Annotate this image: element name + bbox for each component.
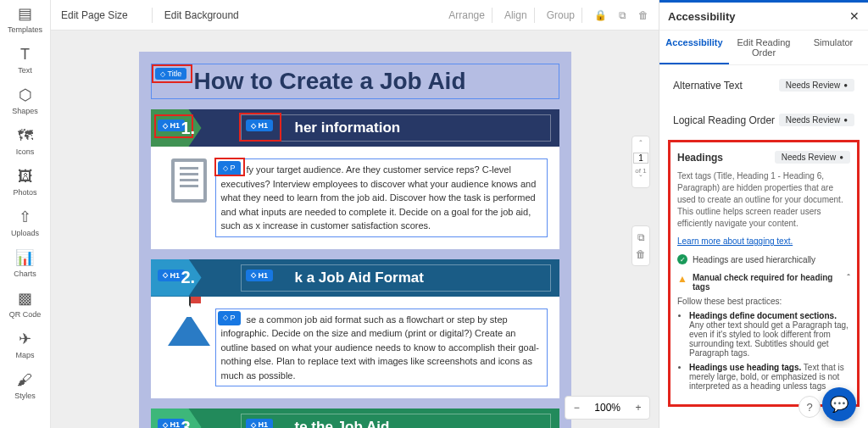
zoom-control: − 100% + bbox=[565, 396, 650, 420]
divider bbox=[492, 8, 492, 23]
side-tools: ⧉ 🗑 bbox=[632, 225, 650, 266]
paragraph-text: fy your target audience. Are they custom… bbox=[221, 164, 537, 231]
tool-maps[interactable]: ✈ Maps bbox=[15, 329, 36, 359]
paragraph-text: se a common job aid format such as a flo… bbox=[221, 314, 539, 381]
learn-more-link[interactable]: Learn more about tagging text. bbox=[677, 236, 850, 246]
section-1[interactable]: H1 1. H1 her information P fy your targe… bbox=[151, 109, 559, 249]
section-header-2: H1 2. H1 k a Job Aid Format bbox=[151, 259, 559, 297]
divider bbox=[581, 8, 582, 23]
flag-icon bbox=[189, 297, 191, 308]
canvas[interactable]: Title How to Create a Job Aid H1 1. H1 h… bbox=[139, 52, 571, 428]
copy-page-icon[interactable]: ⧉ bbox=[637, 231, 645, 243]
document-icon bbox=[171, 158, 207, 203]
page-up-button[interactable]: ˆ bbox=[632, 140, 649, 149]
delete-page-icon[interactable]: 🗑 bbox=[636, 248, 646, 260]
h1-tag: H1 bbox=[246, 419, 274, 428]
mountain-icon bbox=[168, 308, 210, 346]
headings-description: Text tags (Title, Heading 1 - Heading 6,… bbox=[677, 170, 850, 230]
practice-1-text: Any other text should get a Paragraph ta… bbox=[689, 320, 849, 358]
group-button[interactable]: Group bbox=[547, 9, 575, 21]
needs-review-badge: Needs Review bbox=[779, 114, 854, 126]
header-subbox bbox=[241, 264, 551, 292]
zoom-out-button[interactable]: − bbox=[565, 397, 587, 419]
edit-background-button[interactable]: Edit Background bbox=[164, 9, 239, 21]
accessibility-tabs: Accessibility Edit Reading Order Simulat… bbox=[659, 31, 868, 65]
tab-simulator[interactable]: Simulator bbox=[798, 31, 868, 64]
section-2[interactable]: H1 2. H1 k a Job Aid Format P se a commo… bbox=[151, 259, 559, 399]
arrange-button[interactable]: Arrange bbox=[448, 9, 485, 21]
chevron-up-icon[interactable]: ˆ bbox=[847, 273, 850, 283]
accessibility-panel: Accessibility ✕ Accessibility Edit Readi… bbox=[659, 0, 868, 428]
manual-check-label: Manual check required for heading tags bbox=[693, 273, 842, 292]
needs-review-badge: Needs Review bbox=[779, 79, 854, 92]
paragraph-element[interactable]: P se a common job aid format such as a f… bbox=[215, 308, 548, 387]
lock-icon[interactable]: 🔒 bbox=[594, 9, 607, 21]
divider bbox=[152, 8, 153, 23]
tool-styles[interactable]: 🖌 Styles bbox=[14, 370, 36, 400]
top-bar: Edit Page Size Edit Background Arrange A… bbox=[51, 0, 659, 31]
zoom-in-button[interactable]: + bbox=[627, 397, 649, 419]
check-hierarchical: ✓ Headings are used hierarchically bbox=[677, 254, 850, 264]
header-subbox bbox=[241, 114, 551, 142]
text-icon: T bbox=[15, 44, 36, 64]
delete-icon[interactable]: 🗑 bbox=[638, 9, 648, 21]
reading-order-label: Logical Reading Order bbox=[673, 114, 775, 126]
p-tag: P bbox=[218, 311, 241, 326]
copy-icon[interactable]: ⧉ bbox=[619, 9, 626, 21]
tool-text[interactable]: T Text bbox=[15, 44, 36, 75]
tool-charts[interactable]: 📊 Charts bbox=[14, 247, 36, 278]
best-practices: Follow these best practices: Headings de… bbox=[677, 297, 850, 391]
tool-uploads[interactable]: ⇧ Uploads bbox=[11, 207, 39, 237]
needs-review-badge: Needs Review bbox=[775, 151, 850, 164]
icons-icon: 🗺 bbox=[15, 125, 36, 146]
alt-text-label: Alternative Text bbox=[673, 80, 743, 92]
tool-photos[interactable]: 🖼 Photos bbox=[13, 166, 36, 197]
page-title: How to Create a Job Aid bbox=[194, 68, 552, 95]
charts-icon: 📊 bbox=[14, 247, 35, 268]
tab-reading-order[interactable]: Edit Reading Order bbox=[729, 31, 798, 64]
tool-templates[interactable]: ▤ Templates bbox=[8, 3, 42, 34]
page-indicator: ˆ 1 of 1 ˇ bbox=[632, 136, 650, 188]
uploads-icon: ⇧ bbox=[15, 207, 36, 227]
title-tag: Title bbox=[155, 68, 187, 80]
panel-title: Accessibility bbox=[668, 10, 736, 23]
chat-button[interactable]: 💬 bbox=[822, 387, 856, 421]
page-number-input[interactable]: 1 bbox=[633, 153, 648, 164]
headings-section: Headings Needs Review Text tags (Title, … bbox=[668, 140, 860, 407]
photos-icon: 🖼 bbox=[15, 166, 36, 186]
edit-page-size-button[interactable]: Edit Page Size bbox=[61, 9, 128, 21]
tab-accessibility[interactable]: Accessibility bbox=[659, 31, 729, 64]
check-ok-icon: ✓ bbox=[677, 254, 687, 264]
tool-qr-code[interactable]: ▩ QR Code bbox=[9, 288, 42, 319]
h1-tag: H1 bbox=[246, 270, 274, 281]
page-down-button[interactable]: ˇ bbox=[632, 175, 649, 184]
maps-icon: ✈ bbox=[15, 329, 36, 349]
align-button[interactable]: Align bbox=[504, 9, 527, 21]
headings-row[interactable]: Headings Needs Review bbox=[677, 151, 850, 164]
close-icon[interactable]: ✕ bbox=[849, 9, 860, 23]
reading-order-row[interactable]: Logical Reading Order Needs Review bbox=[668, 105, 860, 135]
paragraph-element[interactable]: P fy your target audience. Are they cust… bbox=[215, 158, 548, 237]
qr-icon: ▩ bbox=[15, 288, 36, 308]
help-button[interactable]: ? bbox=[798, 396, 821, 418]
section-3[interactable]: H1 3. H1 te the Job Aid bbox=[151, 409, 559, 428]
zoom-value[interactable]: 100% bbox=[587, 402, 627, 414]
manual-check-row[interactable]: ▲ Manual check required for heading tags… bbox=[677, 273, 850, 292]
panel-content: Alternative Text Needs Review Logical Re… bbox=[659, 65, 868, 428]
main-area: Edit Page Size Edit Background Arrange A… bbox=[51, 0, 659, 428]
title-element[interactable]: Title How to Create a Job Aid bbox=[151, 64, 559, 99]
section-header-3: H1 3. H1 te the Job Aid bbox=[151, 409, 559, 428]
tool-icons[interactable]: 🗺 Icons bbox=[15, 125, 36, 156]
practice-2-bold: Headings use heading tags. bbox=[689, 363, 801, 372]
section-header-1: H1 1. H1 her information bbox=[151, 109, 559, 147]
section-number: 3. bbox=[181, 418, 196, 429]
alt-text-row[interactable]: Alternative Text Needs Review bbox=[668, 70, 860, 100]
p-tag: P bbox=[218, 161, 241, 176]
tool-shapes[interactable]: ⬡ Shapes bbox=[12, 85, 38, 115]
section-number: 1. bbox=[181, 119, 196, 138]
section-body-2: P se a common job aid format such as a f… bbox=[151, 297, 559, 399]
section-number: 2. bbox=[181, 268, 196, 287]
shapes-icon: ⬡ bbox=[15, 85, 36, 105]
section-body-1: P fy your target audience. Are they cust… bbox=[151, 147, 559, 249]
templates-icon: ▤ bbox=[15, 3, 36, 24]
